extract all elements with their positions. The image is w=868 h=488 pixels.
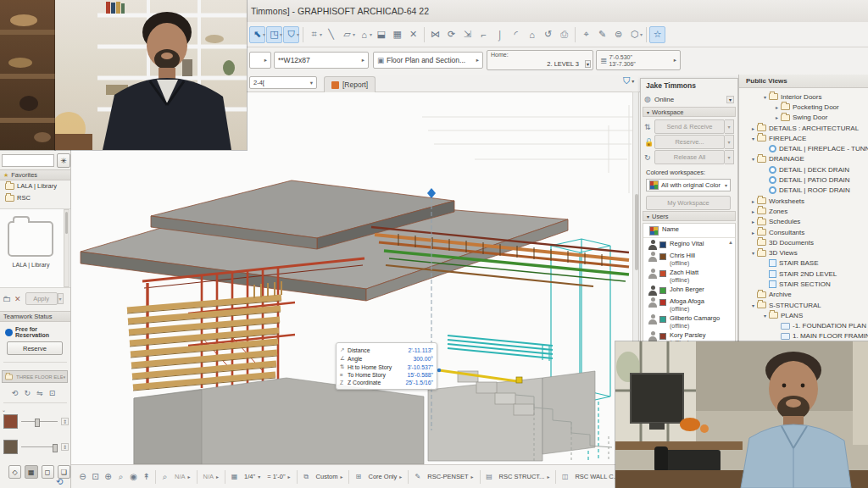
gear-icon[interactable]: ✳ — [57, 153, 70, 168]
slider-track[interactable] — [21, 421, 58, 422]
reserve-button[interactable]: Reserve... — [654, 135, 725, 149]
element-type-combo[interactable]: THREE FLOOR ELECT... ▾ — [2, 370, 68, 383]
user-row[interactable]: Gilberto Camargo(offline) — [643, 313, 735, 330]
tree-item[interactable]: STAIR SECTION — [739, 279, 868, 289]
home-story-combo[interactable]: Home: 2. LEVEL 3 ▾ — [487, 50, 593, 70]
pen-set-combo[interactable]: RSC-PENSET▸ — [427, 473, 473, 480]
spinner-icon[interactable]: ⇕ — [61, 418, 69, 425]
guide-line-icon[interactable]: ╲ — [323, 26, 339, 43]
measure-icon[interactable]: ⌖ — [578, 26, 594, 43]
navigator-header[interactable]: Public Views — [739, 75, 868, 88]
caret-icon[interactable]: ▾ — [58, 293, 64, 304]
my-workspace-button[interactable]: My Workspace — [646, 196, 731, 210]
tree-item[interactable]: FIREPLACE — [739, 133, 868, 143]
rotate-icon[interactable]: ⟳ — [443, 26, 459, 43]
release-all-button[interactable]: Release All — [654, 150, 725, 164]
tree-item[interactable]: PLANS — [739, 310, 868, 320]
caret-icon[interactable]: ▾ — [370, 31, 372, 37]
library-item[interactable]: LALA | Library — [0, 182, 70, 190]
fit-view-icon[interactable]: ⊡ — [89, 472, 102, 481]
reserve-element-button[interactable]: Reserve — [7, 341, 63, 355]
preview-scrollbar[interactable] — [64, 209, 70, 287]
tree-item[interactable]: -1. FOUNDATION PLAN — [739, 321, 868, 331]
scale-combo[interactable]: 1/4"▾ — [244, 473, 260, 480]
slider-knob[interactable] — [35, 419, 40, 427]
chevron-right-icon[interactable] — [773, 114, 781, 120]
wireframe-toggle-icon[interactable]: ◇ — [8, 465, 21, 479]
chevron-down-icon[interactable] — [749, 136, 757, 141]
element-favorite-combo[interactable]: **W12x87▸ — [274, 52, 369, 69]
zoom-preset-combo[interactable]: N/A▸ — [175, 473, 191, 480]
teamwork-palette-button[interactable]: ⛉ ▾ — [623, 75, 634, 86]
webcam-tile-top[interactable] — [55, 0, 247, 150]
chevron-down-icon[interactable] — [761, 313, 769, 319]
mesh-tool-icon[interactable]: ▦ — [389, 26, 405, 43]
tree-item[interactable]: DETAIL | DECK DRAIN — [739, 164, 868, 175]
layer-combination-combo[interactable]: Custom▸ — [316, 473, 343, 480]
send-receive-button[interactable]: Send & Receive — [654, 119, 725, 134]
stretch-icon[interactable]: ⇲ — [459, 26, 476, 43]
scroll-up-icon[interactable]: ▲ — [728, 240, 733, 245]
material-thumbnail[interactable] — [3, 414, 18, 429]
caret-icon[interactable]: ▾ — [640, 31, 643, 37]
quick-layer-combo[interactable]: 2-4[▾ — [249, 76, 317, 89]
chevron-down-icon[interactable] — [749, 156, 757, 162]
caret-icon[interactable]: ▾ — [353, 31, 355, 37]
chevron-down-icon[interactable] — [749, 302, 757, 308]
tree-item[interactable]: DETAILS : ARCHITECTURAL — [739, 123, 868, 133]
search-input[interactable] — [2, 154, 54, 167]
tree-item[interactable]: DETAIL | PATIO DRAIN — [739, 175, 868, 185]
caret-icon[interactable]: ▾ — [725, 150, 734, 164]
delete-icon[interactable]: ✕ — [405, 26, 421, 43]
caret-icon[interactable]: ▾ — [585, 60, 591, 68]
tree-item[interactable]: Swing Door — [739, 113, 868, 123]
chevron-right-icon[interactable] — [749, 198, 757, 204]
library-item[interactable]: RSC — [0, 194, 70, 202]
tree-item[interactable]: 3D Views — [739, 247, 868, 258]
elevation-tracker[interactable]: ≣ 7'-0.530" 13'-7.306" ▸ — [596, 50, 681, 70]
view-settings-combo[interactable]: ▣ Floor Plan and Section...▸ — [373, 52, 483, 69]
publish-icon[interactable]: ⎙ — [556, 26, 572, 43]
chevron-down-icon[interactable] — [749, 250, 757, 256]
prev-favorite-combo[interactable]: ▸ — [249, 52, 271, 69]
new-folder-icon[interactable]: 🗀 — [3, 294, 11, 303]
zoom-out-icon[interactable]: ⊖ — [76, 472, 89, 481]
rotate-left-icon[interactable]: ⟲ — [12, 389, 19, 397]
caret-icon[interactable]: ▾ — [725, 119, 734, 134]
colored-workspaces-combo[interactable]: All with original Color ▾ — [646, 179, 731, 191]
tab-report[interactable]: [Report] — [324, 76, 376, 92]
tree-item[interactable]: Pocketing Door — [739, 102, 868, 112]
chevron-right-icon[interactable] — [749, 125, 757, 131]
chevron-right-icon[interactable] — [749, 208, 757, 214]
tree-item[interactable]: STAIR 2ND LEVEL — [739, 269, 868, 279]
caret-icon[interactable]: ▾ — [320, 31, 322, 37]
fillet-icon[interactable]: ◜ — [508, 26, 524, 43]
reset-icon[interactable]: ⊡ — [49, 389, 56, 397]
caret-icon[interactable]: ▾ — [297, 31, 299, 37]
model-view-combo[interactable]: RSC STRUCT...▸ — [499, 473, 550, 480]
slider-knob[interactable] — [53, 444, 58, 452]
favorites-star-icon[interactable]: ☆ — [649, 26, 665, 43]
favorites-header[interactable]: ★ Favorites — [0, 169, 70, 180]
flip-icon[interactable]: ⇋ — [36, 389, 43, 397]
user-row[interactable]: Chris Hill(offline) — [643, 250, 735, 267]
chevron-right-icon[interactable] — [773, 104, 781, 110]
caret-icon[interactable]: ▾ — [280, 31, 282, 37]
tree-item[interactable]: Archive — [739, 290, 868, 300]
trim-icon[interactable]: ⌐ — [476, 26, 492, 43]
zoom-in-icon[interactable]: ⊕ — [102, 472, 114, 481]
tree-item[interactable]: Consultants — [739, 227, 868, 237]
caret-icon[interactable]: ▾ — [725, 135, 734, 149]
slab-tool-icon[interactable]: ⬓ — [373, 26, 389, 43]
delete-icon[interactable]: ✕ — [14, 295, 21, 303]
spinner-icon[interactable]: ⇕ — [61, 443, 69, 451]
tree-item[interactable]: 1. MAIN FLOOR FRAMING PLAN — [739, 331, 868, 341]
tree-item[interactable]: DETAIL | FIREPLACE - TUNNEL — [739, 143, 868, 153]
caret-icon[interactable]: ▾ — [726, 96, 734, 103]
walk-icon[interactable]: ↟ — [140, 472, 153, 481]
orientation-combo[interactable]: N/A▸ — [203, 473, 220, 480]
user-row[interactable]: John Berger — [643, 284, 735, 296]
undo-icon[interactable]: ↺ — [540, 26, 556, 43]
online-status-row[interactable]: ◍ Online ▾ — [644, 93, 734, 105]
slider-track[interactable] — [21, 446, 58, 447]
